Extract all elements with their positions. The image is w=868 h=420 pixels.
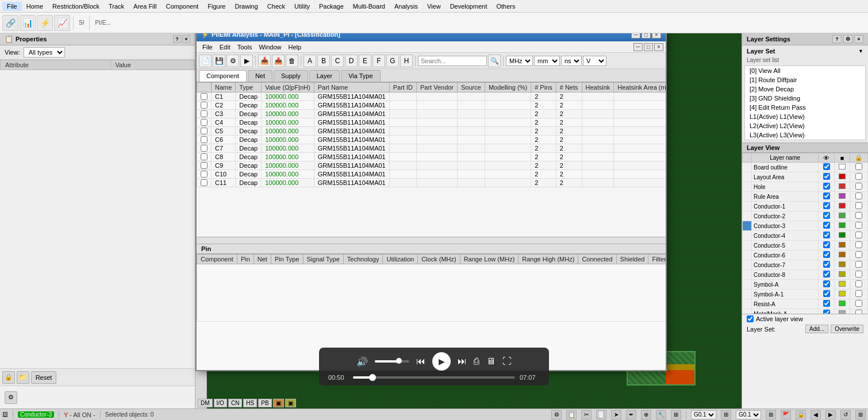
menu-others[interactable]: Others: [491, 2, 520, 11]
search-btn[interactable]: 🔍: [488, 55, 501, 67]
status-reload-btn[interactable]: ↺: [840, 410, 851, 419]
layer-set-item-5[interactable]: L1(Active) L1(View): [745, 112, 865, 121]
win-menu-file[interactable]: File: [199, 43, 216, 51]
view-type-select[interactable]: All types: [24, 47, 65, 57]
layer-help-btn[interactable]: ?: [832, 35, 842, 43]
layer-name-cell[interactable]: Symbol-A: [752, 280, 819, 290]
folder-btn[interactable]: 📁: [17, 371, 29, 384]
dm-tab-hs[interactable]: HS: [243, 399, 257, 407]
table-row[interactable]: C8 Decap 100000.000 GRM155B11A104MA01 2 …: [197, 153, 666, 161]
zoom-select-1[interactable]: G0.1: [691, 410, 716, 419]
layer-set-item-2[interactable]: [2] Move Decap: [745, 84, 865, 94]
win-tb-btn-f[interactable]: F: [372, 55, 385, 67]
layer-lock-checkbox[interactable]: [855, 241, 862, 248]
win-tb-btn-g[interactable]: G: [386, 55, 399, 67]
status-icon-btn-9[interactable]: ⊞: [671, 410, 681, 419]
win-tb-btn-a[interactable]: A: [304, 55, 316, 67]
status-icon-btn-3[interactable]: ✂: [581, 410, 592, 419]
layer-lock-cell[interactable]: [850, 280, 868, 290]
layer-close-btn[interactable]: ×: [854, 35, 863, 43]
layer-color-cell[interactable]: [834, 241, 850, 251]
lock-btn[interactable]: 🔒: [2, 371, 15, 384]
piemi-btn[interactable]: ⚡: [37, 15, 53, 31]
dm-tab-cn[interactable]: CN: [228, 399, 242, 407]
pin-col-pin[interactable]: Pin: [237, 255, 254, 264]
pin-col-connected[interactable]: Connected: [578, 255, 616, 264]
layer-vis-cell[interactable]: [819, 309, 835, 314]
row-checkbox[interactable]: [201, 93, 208, 100]
pin-col-util[interactable]: Utilization: [383, 255, 418, 264]
layer-row[interactable]: Symbol-A-1: [743, 290, 868, 299]
table-row[interactable]: C6 Decap 100000.000 GRM155B11A104MA01 2 …: [197, 136, 666, 144]
status-icon-btn-1[interactable]: ⚙: [551, 410, 562, 419]
layer-lock-cell[interactable]: [850, 231, 868, 241]
layer-lock-cell[interactable]: [850, 163, 868, 172]
volume-bar[interactable]: [375, 360, 409, 363]
tab-layer[interactable]: Layer: [309, 70, 340, 82]
row-checkbox[interactable]: [201, 162, 208, 169]
menu-areafill[interactable]: Area Fill: [129, 2, 161, 11]
win-tb-btn-d[interactable]: D: [345, 55, 358, 67]
layer-vis-checkbox[interactable]: [823, 261, 830, 268]
layer-name-cell[interactable]: MetalMask-A: [752, 309, 819, 314]
pin-col-shielded[interactable]: Shielded: [616, 255, 648, 264]
layer-set-item-6[interactable]: L2(Active) L2(View): [745, 121, 865, 130]
table-row[interactable]: C5 Decap 100000.000 GRM155B11A104MA01 2 …: [197, 127, 666, 136]
layer-vis-checkbox[interactable]: [823, 300, 830, 307]
layer-name-cell[interactable]: Board outline: [752, 163, 819, 172]
search-input[interactable]: [418, 56, 487, 66]
layer-name-cell[interactable]: Conductor-3: [752, 221, 819, 231]
h-scrollbar[interactable]: [197, 237, 666, 244]
view-topology-btn[interactable]: 🔗: [2, 15, 18, 31]
row-checkbox[interactable]: [201, 179, 208, 186]
win-inner-min[interactable]: ─: [633, 43, 643, 51]
layer-row[interactable]: Hole: [743, 182, 868, 192]
volume-btn[interactable]: 🔊: [356, 356, 368, 367]
layer-color-cell[interactable]: [834, 221, 850, 231]
dm-tab-pb[interactable]: PB: [258, 399, 271, 407]
layer-vis-checkbox[interactable]: [823, 183, 830, 190]
col-type[interactable]: Type: [236, 83, 262, 93]
win-menu-tools[interactable]: Tools: [234, 43, 256, 51]
tab-supply[interactable]: Supply: [274, 70, 308, 82]
unit-mm-select[interactable]: mmmilinch: [534, 56, 560, 66]
layer-lock-cell[interactable]: [850, 221, 868, 231]
win-menu-edit[interactable]: Edit: [216, 43, 234, 51]
col-model[interactable]: Modelling (%): [485, 83, 531, 93]
win-tb-run[interactable]: ▶: [240, 55, 253, 67]
layer-lock-checkbox[interactable]: [855, 202, 862, 209]
play-btn[interactable]: ▶: [432, 352, 451, 371]
layer-name-cell[interactable]: Rule Area: [752, 192, 819, 202]
layer-row[interactable]: Conductor-7: [743, 260, 868, 270]
pin-col-signal[interactable]: Signal Type: [303, 255, 343, 264]
win-tb-import[interactable]: 📥: [258, 55, 271, 67]
menu-development[interactable]: Development: [445, 2, 492, 11]
table-row[interactable]: C11 Decap 100000.000 GRM155B11A104MA01 2…: [197, 179, 666, 187]
layer-overwrite-btn[interactable]: Overwrite: [831, 325, 863, 333]
layer-vis-cell[interactable]: [819, 221, 835, 231]
status-arrow2-btn[interactable]: ▶: [825, 410, 836, 419]
pin-col-rangelow[interactable]: Range Low (MHz): [460, 255, 519, 264]
row-checkbox[interactable]: [201, 128, 208, 134]
win-tb-btn-b[interactable]: B: [317, 55, 330, 67]
win-inner-max[interactable]: □: [644, 43, 653, 51]
layer-settings-btn[interactable]: ⚙: [843, 35, 852, 43]
menu-home[interactable]: Home: [22, 2, 48, 11]
layer-add-btn[interactable]: Add...: [805, 325, 828, 333]
layer-name-cell[interactable]: Conductor-2: [752, 211, 819, 221]
row-checkbox[interactable]: [201, 153, 208, 160]
layer-set-item-7[interactable]: L3(Active) L3(View): [745, 130, 865, 140]
layer-vis-checkbox[interactable]: [823, 212, 830, 219]
layer-color-cell[interactable]: [834, 299, 850, 309]
layer-lock-cell[interactable]: [850, 172, 868, 182]
menu-check[interactable]: Check: [263, 2, 290, 11]
col-value[interactable]: Value (Ω|pF|nH): [262, 83, 314, 93]
layer-lock-cell[interactable]: [850, 309, 868, 314]
menu-package[interactable]: Package: [314, 2, 348, 11]
layer-vis-cell[interactable]: [819, 182, 835, 192]
pin-col-clock[interactable]: Clock (MHz): [418, 255, 460, 264]
layer-color-cell[interactable]: [834, 280, 850, 290]
layer-name-cell[interactable]: Conductor-7: [752, 260, 819, 270]
col-vendor[interactable]: Part Vendor: [416, 83, 457, 93]
layer-name-cell[interactable]: Conductor-4: [752, 231, 819, 241]
